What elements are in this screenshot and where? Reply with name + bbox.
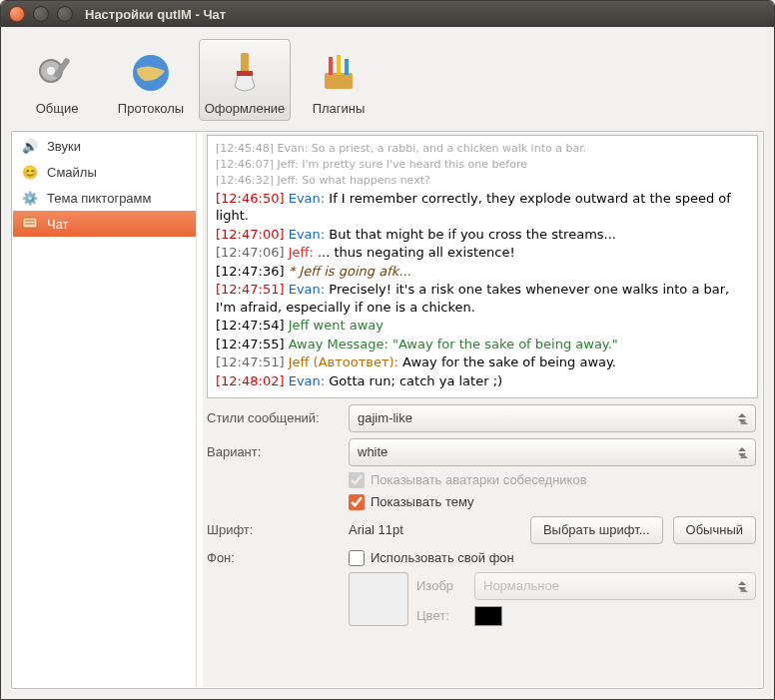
toolbar-label: Протоколы bbox=[118, 101, 184, 116]
bg-image-label: Изобр bbox=[416, 578, 466, 593]
toolbar-label: Плагины bbox=[313, 101, 366, 116]
toolbar-label: Оформление bbox=[205, 101, 286, 116]
default-font-button[interactable]: Обычный bbox=[673, 516, 756, 544]
toolbar-general[interactable]: Общие bbox=[11, 39, 103, 121]
bg-mode-combobox: Нормальное bbox=[474, 572, 756, 600]
speaker-icon: 🔊 bbox=[21, 137, 39, 155]
minimize-icon[interactable] bbox=[33, 6, 49, 22]
main-row: 🔊 Звуки 😊 Смайлы ⚙️ Тема пиктограмм Чат bbox=[11, 131, 764, 689]
sidebar-item-label: Смайлы bbox=[47, 165, 97, 180]
toolbar: Общие Протоколы Оформление Плагины bbox=[11, 37, 764, 127]
smiley-icon: 😊 bbox=[21, 163, 39, 181]
bg-label: Фон: bbox=[207, 550, 339, 565]
window-content: Общие Протоколы Оформление Плагины bbox=[1, 27, 774, 699]
bg-image-swatch bbox=[349, 572, 408, 626]
style-label: Стили сообщений: bbox=[207, 410, 339, 425]
use-custom-bg-checkbox[interactable]: Использовать свой фон bbox=[349, 550, 756, 566]
svg-rect-7 bbox=[329, 57, 333, 75]
bg-color-label: Цвет: bbox=[416, 608, 466, 623]
titlebar: Настройки qutIM - Чат bbox=[1, 1, 774, 27]
svg-rect-6 bbox=[325, 73, 353, 89]
chat-settings-pane: [12:45:48] Evan: So a priest, a rabbi, a… bbox=[203, 133, 762, 687]
choose-font-button[interactable]: Выбрать шрифт... bbox=[530, 516, 663, 544]
show-topic-checkbox[interactable]: Показывать тему bbox=[349, 494, 756, 510]
toolbar-label: Общие bbox=[36, 101, 79, 116]
close-icon[interactable] bbox=[9, 6, 25, 22]
globe-icon bbox=[127, 49, 175, 97]
toolbar-plugins[interactable]: Плагины bbox=[293, 39, 385, 121]
font-label: Шрифт: bbox=[207, 522, 339, 537]
bg-color-swatch bbox=[474, 606, 502, 626]
sidebar-item-chat[interactable]: Чат bbox=[13, 211, 196, 237]
svg-rect-5 bbox=[237, 71, 253, 76]
svg-rect-8 bbox=[337, 55, 341, 75]
settings-form: Стили сообщений: gajim-like Вариант: whi… bbox=[207, 404, 758, 626]
sidebar-item-sounds[interactable]: 🔊 Звуки bbox=[13, 133, 196, 159]
chat-icon bbox=[21, 215, 39, 233]
toolbox-icon bbox=[315, 49, 363, 97]
gear-wrench-icon bbox=[33, 49, 81, 97]
variant-combobox[interactable]: white bbox=[349, 438, 756, 466]
checkbox-icon[interactable] bbox=[349, 550, 365, 566]
sidebar-item-smileys[interactable]: 😊 Смайлы bbox=[13, 159, 196, 185]
window-title: Настройки qutIM - Чат bbox=[85, 7, 226, 22]
svg-rect-4 bbox=[241, 53, 249, 73]
sidebar-item-icontheme[interactable]: ⚙️ Тема пиктограмм bbox=[13, 185, 196, 211]
checkbox-icon bbox=[349, 472, 365, 488]
sidebar-item-label: Тема пиктограмм bbox=[47, 191, 151, 206]
maximize-icon[interactable] bbox=[57, 6, 73, 22]
show-avatars-checkbox: Показывать аватарки собеседников bbox=[349, 472, 756, 488]
sidebar-item-label: Чат bbox=[47, 217, 69, 232]
bg-subpanel: Изобр Нормальное Цвет: bbox=[349, 572, 756, 626]
toolbar-protocols[interactable]: Протоколы bbox=[105, 39, 197, 121]
checkbox-icon[interactable] bbox=[349, 494, 365, 510]
svg-point-1 bbox=[47, 67, 55, 75]
style-combobox[interactable]: gajim-like bbox=[349, 404, 756, 432]
svg-rect-9 bbox=[345, 59, 349, 75]
sidebar: 🔊 Звуки 😊 Смайлы ⚙️ Тема пиктограмм Чат bbox=[13, 133, 197, 687]
font-value: Arial 11pt bbox=[349, 522, 520, 537]
paintbrush-icon bbox=[221, 49, 269, 97]
sidebar-item-label: Звуки bbox=[47, 139, 81, 154]
gear-icon: ⚙️ bbox=[21, 189, 39, 207]
chat-preview: [12:45:48] Evan: So a priest, a rabbi, a… bbox=[207, 135, 758, 398]
variant-label: Вариант: bbox=[207, 444, 339, 459]
toolbar-appearance[interactable]: Оформление bbox=[199, 39, 291, 121]
settings-window: Настройки qutIM - Чат Общие Протоколы Оф… bbox=[0, 0, 775, 700]
svg-rect-10 bbox=[23, 218, 37, 228]
